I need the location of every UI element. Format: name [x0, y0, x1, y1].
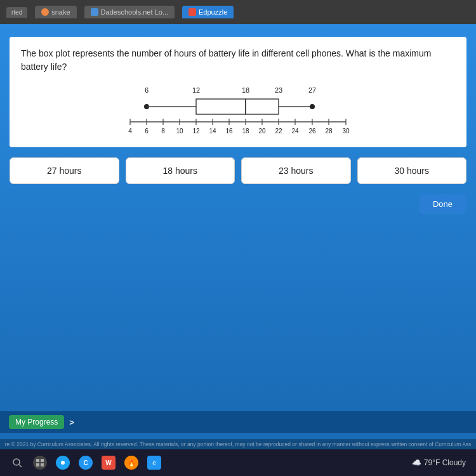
task-view-icon[interactable] — [33, 456, 47, 470]
copyright-text: re © 2021 by Curriculum Associates. All … — [0, 439, 476, 449]
answer-23-hours[interactable]: 23 hours — [241, 157, 351, 184]
svg-text:16: 16 — [225, 128, 233, 135]
my-progress-button[interactable]: My Progress — [9, 415, 64, 429]
svg-text:6: 6 — [145, 86, 149, 94]
question-text: The box plot represents the number of ho… — [21, 47, 455, 74]
svg-text:27: 27 — [308, 86, 316, 94]
tab-snake[interactable]: snake — [35, 6, 76, 18]
app-icon-2[interactable]: W — [102, 456, 116, 470]
done-button[interactable]: Done — [419, 194, 466, 214]
browser-bar: rted snake Dadeschools.net Lo... Edpuzzl… — [0, 0, 476, 24]
taskbar: C W 🔥 e ☁️ 79°F Cloudy — [0, 449, 476, 476]
edge-icon[interactable]: e — [147, 456, 161, 470]
svg-line-42 — [19, 465, 22, 467]
svg-text:20: 20 — [258, 128, 266, 135]
svg-text:8: 8 — [161, 128, 165, 135]
svg-text:4: 4 — [128, 128, 132, 135]
taskbar-icons: C W 🔥 e — [10, 456, 161, 470]
main-content: The box plot represents the number of ho… — [0, 24, 476, 419]
svg-text:18: 18 — [242, 128, 249, 135]
svg-text:30: 30 — [342, 128, 350, 135]
svg-text:28: 28 — [325, 128, 333, 135]
app-icon-1[interactable]: C — [79, 456, 93, 470]
search-icon[interactable] — [10, 456, 24, 470]
boxplot-svg: 4 6 8 10 12 14 16 18 20 22 24 26 28 30 — [117, 84, 359, 135]
svg-text:24: 24 — [291, 128, 299, 135]
progress-arrow-icon: > — [69, 418, 74, 427]
svg-point-35 — [310, 104, 315, 109]
svg-text:14: 14 — [209, 128, 216, 135]
done-row: Done — [10, 194, 466, 214]
svg-text:23: 23 — [275, 86, 282, 94]
boxplot-container: 4 6 8 10 12 14 16 18 20 22 24 26 28 30 — [21, 84, 455, 135]
app-icon-3[interactable]: 🔥 — [124, 456, 138, 470]
tab-edpuzzle[interactable]: Edpuzzle — [182, 6, 234, 18]
progress-bar: My Progress > — [0, 411, 476, 433]
svg-text:22: 22 — [275, 128, 282, 135]
answer-27-hours[interactable]: 27 hours — [10, 157, 119, 184]
svg-text:26: 26 — [308, 128, 316, 135]
svg-rect-32 — [246, 99, 279, 114]
question-card: The box plot represents the number of ho… — [10, 37, 466, 147]
answers-row: 27 hours 18 hours 23 hours 30 hours — [10, 157, 466, 184]
weather-display: ☁️ 79°F Cloudy — [412, 458, 466, 467]
chrome-icon[interactable] — [56, 456, 70, 470]
svg-text:10: 10 — [176, 128, 183, 135]
svg-rect-31 — [196, 99, 246, 114]
svg-rect-46 — [41, 463, 44, 466]
svg-text:12: 12 — [192, 86, 200, 94]
svg-text:12: 12 — [192, 128, 200, 135]
svg-rect-44 — [41, 459, 44, 462]
answer-18-hours[interactable]: 18 hours — [126, 157, 235, 184]
weather-text: 79°F Cloudy — [424, 458, 466, 467]
svg-rect-45 — [36, 463, 39, 466]
svg-text:18: 18 — [242, 86, 249, 94]
svg-point-48 — [61, 461, 65, 465]
answer-30-hours[interactable]: 30 hours — [357, 157, 467, 184]
svg-point-41 — [13, 459, 20, 465]
svg-text:6: 6 — [145, 128, 149, 135]
tab-rted[interactable]: rted — [6, 7, 27, 18]
svg-rect-43 — [36, 459, 39, 462]
weather-icon: ☁️ — [412, 458, 421, 467]
tab-dadeschools[interactable]: Dadeschools.net Lo... — [84, 6, 175, 18]
